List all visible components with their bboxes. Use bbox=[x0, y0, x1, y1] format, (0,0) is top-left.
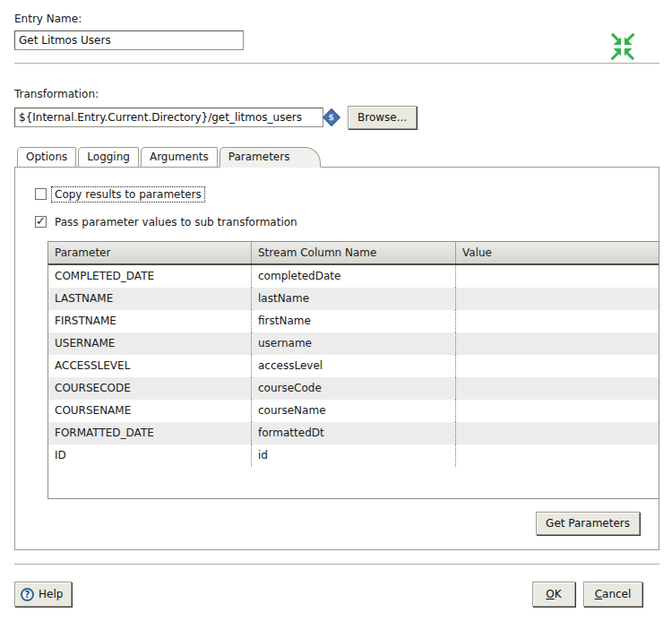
table-cell[interactable]: lastName bbox=[251, 288, 455, 310]
table-cell[interactable] bbox=[455, 310, 659, 332]
table-cell[interactable]: FIRSTNAME bbox=[48, 310, 251, 332]
ok-button[interactable]: OK bbox=[532, 582, 575, 607]
job-entry-dialog: Entry Name: Transformation: $ Browse... bbox=[0, 0, 672, 621]
table-cell[interactable] bbox=[455, 400, 659, 422]
table-row[interactable]: IDid bbox=[48, 444, 659, 467]
parameters-table: Parameter Stream Column Name Value COMPL… bbox=[47, 241, 659, 499]
transformation-path-input[interactable] bbox=[14, 108, 323, 127]
cancel-button[interactable]: Cancel bbox=[583, 582, 642, 607]
get-parameters-button[interactable]: Get Parameters bbox=[536, 512, 640, 535]
pass-values-checkbox[interactable] bbox=[35, 216, 47, 228]
help-button-label: Help bbox=[39, 588, 63, 600]
tab-options[interactable]: Options bbox=[17, 147, 76, 167]
table-cell[interactable]: COURSECODE bbox=[48, 377, 251, 400]
tab-bar: Options Logging Arguments Parameters bbox=[14, 147, 659, 168]
table-row[interactable]: COURSENAMEcourseName bbox=[48, 400, 659, 422]
table-cell[interactable]: COURSENAME bbox=[48, 400, 251, 422]
table-row[interactable]: COURSECODEcourseCode bbox=[48, 377, 659, 400]
help-icon: ? bbox=[21, 588, 34, 601]
separator-bottom bbox=[14, 564, 659, 565]
table-cell[interactable] bbox=[455, 444, 659, 467]
table-row[interactable]: COMPLETED_DATEcompletedDate bbox=[48, 265, 659, 288]
table-cell[interactable]: courseName bbox=[251, 400, 455, 422]
table-cell[interactable]: completedDate bbox=[251, 265, 455, 288]
table-cell[interactable]: USERNAME bbox=[48, 332, 251, 355]
table-cell[interactable]: formattedDt bbox=[251, 422, 455, 444]
table-row[interactable]: FIRSTNAMEfirstName bbox=[48, 310, 659, 332]
table-cell[interactable]: username bbox=[251, 332, 455, 355]
parameters-table-header: Parameter Stream Column Name Value bbox=[48, 242, 659, 265]
table-cell[interactable]: id bbox=[251, 444, 455, 467]
table-cell[interactable] bbox=[455, 288, 659, 310]
transformation-label: Transformation: bbox=[14, 88, 659, 100]
table-row[interactable]: LASTNAMElastName bbox=[48, 288, 659, 310]
table-cell[interactable] bbox=[455, 422, 659, 444]
entry-name-input[interactable] bbox=[14, 30, 244, 50]
table-cell[interactable]: accessLevel bbox=[251, 355, 455, 377]
variable-indicator-icon: $ bbox=[323, 108, 340, 126]
help-button[interactable]: ? Help bbox=[14, 582, 72, 607]
copy-results-checkbox[interactable] bbox=[35, 188, 47, 200]
collapse-dialog-icon[interactable] bbox=[608, 32, 637, 61]
column-header-value[interactable]: Value bbox=[455, 242, 659, 263]
table-cell[interactable] bbox=[455, 377, 659, 400]
tab-logging[interactable]: Logging bbox=[78, 147, 139, 167]
tab-arguments[interactable]: Arguments bbox=[141, 147, 218, 167]
pass-values-label[interactable]: Pass parameter values to sub transformat… bbox=[52, 215, 300, 229]
table-cell[interactable] bbox=[455, 332, 659, 355]
table-cell[interactable]: ACCESSLEVEL bbox=[48, 355, 251, 377]
table-row[interactable]: FORMATTED_DATEformattedDt bbox=[48, 422, 659, 444]
parameters-tab-panel: Copy results to parameters Pass paramete… bbox=[14, 168, 659, 550]
table-cell[interactable] bbox=[455, 265, 659, 288]
column-header-stream-column-name[interactable]: Stream Column Name bbox=[251, 242, 455, 263]
table-cell[interactable]: firstName bbox=[251, 310, 455, 332]
parameters-table-body: COMPLETED_DATEcompletedDateLASTNAMElastN… bbox=[48, 265, 659, 467]
footer-button-bar: ? Help OK Cancel bbox=[14, 582, 659, 607]
column-header-parameter[interactable]: Parameter bbox=[48, 242, 251, 263]
copy-results-label[interactable]: Copy results to parameters bbox=[52, 187, 204, 202]
table-cell[interactable]: FORMATTED_DATE bbox=[48, 422, 251, 444]
table-cell[interactable]: LASTNAME bbox=[48, 288, 251, 310]
table-row[interactable]: ACCESSLEVELaccessLevel bbox=[48, 355, 659, 377]
table-cell[interactable]: ID bbox=[48, 444, 251, 467]
table-row[interactable]: USERNAMEusername bbox=[48, 332, 659, 355]
tab-parameters[interactable]: Parameters bbox=[220, 147, 322, 168]
table-cell[interactable]: courseCode bbox=[251, 377, 455, 400]
entry-name-label: Entry Name: bbox=[14, 13, 659, 25]
browse-button[interactable]: Browse... bbox=[348, 106, 417, 129]
table-cell[interactable]: COMPLETED_DATE bbox=[48, 265, 251, 288]
separator-top bbox=[14, 63, 659, 65]
table-cell[interactable] bbox=[455, 355, 659, 377]
